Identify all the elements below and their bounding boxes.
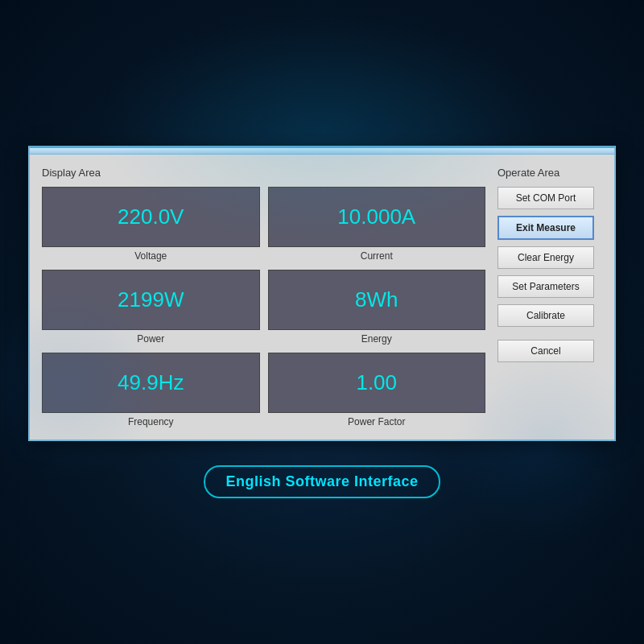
energy-label: Energy (361, 333, 392, 345)
bottom-label-container: English Software Interface (204, 465, 440, 498)
frequency-value: 49.9Hz (118, 370, 184, 395)
window-titlebar (30, 148, 614, 155)
window-body: Display Area 220.0V Voltage 10.000A Curr… (30, 155, 614, 440)
display-area-label: Display Area (42, 167, 485, 179)
meter-energy: 8Wh Energy (268, 270, 486, 345)
meter-power: 2199W Power (42, 270, 260, 345)
energy-display: 8Wh (268, 270, 486, 330)
set-com-port-button[interactable]: Set COM Port (497, 187, 594, 209)
power-factor-label: Power Factor (348, 416, 405, 427)
operate-area: Operate Area Set COM Port Exit Measure C… (497, 167, 602, 427)
meters-grid: 220.0V Voltage 10.000A Current 2199W Pow… (42, 187, 485, 427)
energy-value: 8Wh (355, 287, 398, 312)
frequency-label: Frequency (128, 416, 174, 427)
main-window: Display Area 220.0V Voltage 10.000A Curr… (28, 146, 616, 441)
clear-energy-button[interactable]: Clear Energy (497, 246, 594, 269)
exit-measure-button[interactable]: Exit Measure (497, 216, 594, 240)
meter-voltage: 220.0V Voltage (42, 187, 260, 262)
power-factor-display: 1.00 (268, 353, 486, 413)
bottom-label: English Software Interface (204, 465, 440, 498)
power-label: Power (137, 333, 164, 345)
calibrate-button[interactable]: Calibrate (497, 304, 594, 327)
voltage-label: Voltage (134, 250, 167, 262)
set-parameters-button[interactable]: Set Parameters (497, 275, 594, 298)
voltage-value: 220.0V (118, 204, 184, 229)
display-area: Display Area 220.0V Voltage 10.000A Curr… (42, 167, 485, 427)
current-label: Current (361, 250, 393, 262)
frequency-display: 49.9Hz (42, 353, 260, 413)
operate-area-label: Operate Area (497, 167, 602, 179)
cancel-button[interactable]: Cancel (497, 340, 594, 362)
power-display: 2199W (42, 270, 260, 330)
meter-power-factor: 1.00 Power Factor (268, 353, 486, 427)
meter-frequency: 49.9Hz Frequency (42, 353, 260, 427)
meter-current: 10.000A Current (268, 187, 486, 262)
voltage-display: 220.0V (42, 187, 260, 247)
current-value: 10.000A (337, 204, 415, 229)
op-buttons: Set COM Port Exit Measure Clear Energy S… (497, 187, 602, 362)
power-factor-value: 1.00 (356, 370, 397, 395)
current-display: 10.000A (268, 187, 486, 247)
power-value: 2199W (118, 287, 184, 312)
